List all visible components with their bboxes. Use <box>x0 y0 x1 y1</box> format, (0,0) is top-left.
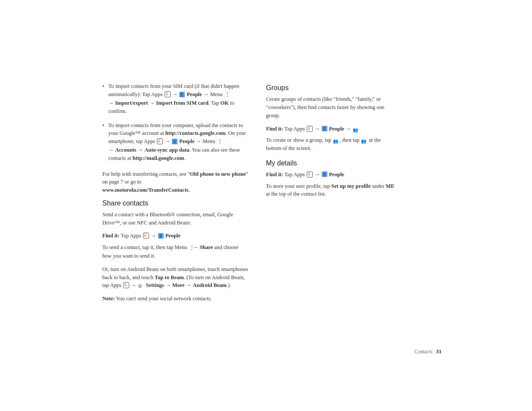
footer-section-label: Contacts <box>414 349 432 355</box>
share-steps: To send a contact, tap it, then tap Menu… <box>103 243 249 260</box>
menu-icon-1 <box>224 90 227 99</box>
menu-icon-3 <box>189 243 191 252</box>
people-icon-3 <box>158 233 164 239</box>
note-text: Note: You can't send your social network… <box>103 295 249 303</box>
people-icon-1 <box>179 92 185 97</box>
groups-desc: Create groups of contacts (like "friends… <box>266 95 395 119</box>
right-column: Groups Create groups of contacts (like "… <box>266 82 395 203</box>
page-number: 31 <box>436 348 442 355</box>
my-details-desc: To store your user profile, tap Set up m… <box>266 182 395 199</box>
groups-steps: To create or show a group, tap , then ta… <box>266 136 395 153</box>
bullet2-text: To import contacts from your computer, u… <box>109 122 246 161</box>
bullet-list: To import contacts from your SIM card (i… <box>103 82 249 162</box>
transfer-text: For help with transferring contacts, see… <box>103 170 249 194</box>
apps-icon-6 <box>307 171 313 177</box>
people-icon-4 <box>322 126 327 131</box>
find-it-share: Find it: Tap Apps → People <box>103 232 249 240</box>
share-desc: Send a contact with a Bluetooth® connect… <box>103 211 249 227</box>
apps-icon-5 <box>307 126 313 132</box>
find-it-details: Find it: Tap Apps → People <box>266 171 395 179</box>
apps-icon-4 <box>123 282 129 288</box>
page-content: To import contacts from your SIM card (i… <box>103 74 430 311</box>
apps-icon-1 <box>165 91 171 97</box>
left-column: To import contacts from your SIM card (i… <box>103 82 249 303</box>
bullet1-text: To import contacts from your SIM card (i… <box>109 83 240 114</box>
bullet-item-1: To import contacts from your SIM card (i… <box>103 82 249 115</box>
find-it-groups: Find it: Tap Apps → People → <box>266 125 395 133</box>
share-contacts-heading: Share contacts <box>103 199 249 207</box>
bullet-item-2: To import contacts from your computer, u… <box>103 121 249 162</box>
my-details-heading: My details <box>266 159 395 167</box>
groups-heading: Groups <box>266 84 395 92</box>
people-icon-5 <box>322 171 327 177</box>
group-icon-3 <box>361 137 367 143</box>
people-icon-2 <box>172 139 177 144</box>
settings-icon-1 <box>138 282 144 288</box>
group-icon-1 <box>353 126 359 132</box>
apps-icon-3 <box>143 233 149 239</box>
android-beam-text: Or, turn on Android Beam on both smartph… <box>103 265 249 290</box>
menu-icon-2 <box>217 137 219 146</box>
apps-icon-2 <box>157 138 163 144</box>
page-container: To import contacts from your SIM card (i… <box>0 0 532 411</box>
page-footer: Contacts 31 <box>414 348 442 355</box>
group-icon-2 <box>333 137 339 143</box>
